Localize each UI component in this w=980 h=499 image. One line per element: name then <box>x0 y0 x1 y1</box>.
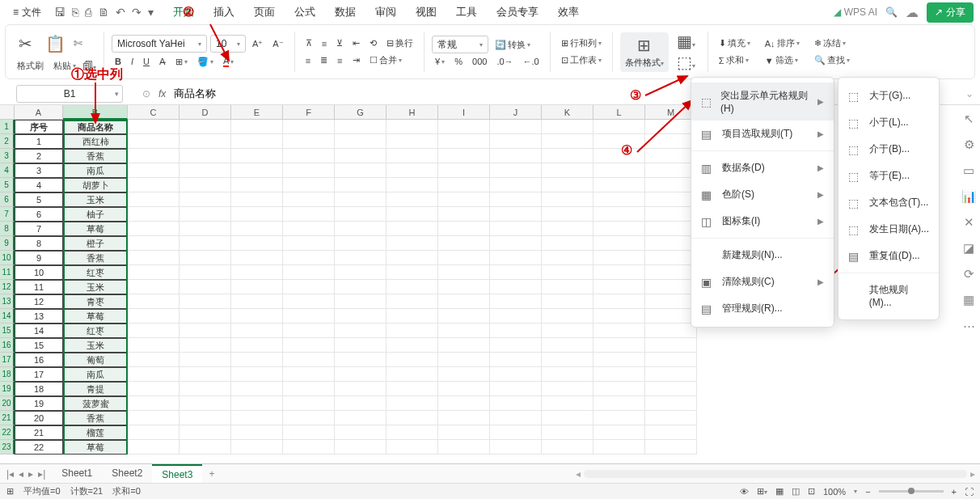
cell[interactable] <box>387 367 438 382</box>
align-left-icon[interactable]: ≡ <box>302 54 314 67</box>
cell[interactable]: 7 <box>15 222 63 236</box>
cell[interactable] <box>593 178 645 192</box>
cell[interactable] <box>180 265 231 280</box>
cell[interactable] <box>387 120 438 134</box>
cell[interactable] <box>645 120 697 134</box>
row-header[interactable]: 18 <box>0 367 15 382</box>
cell[interactable] <box>180 425 231 440</box>
cell[interactable] <box>593 353 645 367</box>
row-header[interactable]: 1 <box>0 120 15 134</box>
row-header[interactable]: 7 <box>0 207 15 222</box>
cell[interactable] <box>335 163 387 178</box>
cell[interactable] <box>438 280 490 294</box>
col-header-A[interactable]: A <box>15 105 63 120</box>
cell[interactable]: 橙子 <box>63 236 128 251</box>
cell[interactable] <box>387 382 438 396</box>
cell[interactable] <box>283 192 335 207</box>
cell[interactable] <box>283 120 335 134</box>
cell[interactable] <box>593 425 645 440</box>
align-middle-icon[interactable]: ≡ <box>319 37 330 50</box>
cell[interactable] <box>542 192 593 207</box>
cell[interactable] <box>180 149 231 163</box>
font-family-select[interactable]: Microsoft YaHei▾ <box>112 35 207 53</box>
col-header-D[interactable]: D <box>180 105 231 120</box>
cell[interactable] <box>180 280 231 294</box>
cell[interactable] <box>128 236 180 251</box>
cell[interactable] <box>283 411 335 425</box>
tab-开始[interactable]: 开始 <box>163 0 204 24</box>
cell[interactable]: 西红柿 <box>63 134 128 149</box>
formula-expand-icon[interactable]: ⌄ <box>965 88 974 99</box>
align-top-icon[interactable]: ⊼ <box>302 36 315 50</box>
zoom-in-icon[interactable]: + <box>952 487 957 497</box>
number-format-select[interactable]: 常规▾ <box>432 36 488 53</box>
cell[interactable] <box>283 149 335 163</box>
cell[interactable] <box>542 178 593 192</box>
border-button[interactable]: ⊞▾ <box>172 55 191 69</box>
row-header[interactable]: 4 <box>0 163 15 178</box>
cell[interactable] <box>128 294 180 309</box>
cell[interactable] <box>335 324 387 338</box>
cell[interactable] <box>180 367 231 382</box>
share-button[interactable]: ↗分享 <box>927 2 974 23</box>
cut-icon[interactable]: ✄ <box>74 37 82 49</box>
indent-inc-icon[interactable]: ⇥ <box>349 53 363 67</box>
font-color-button[interactable]: A▾ <box>220 54 237 69</box>
sheet-nav-next-icon[interactable]: ▸ <box>28 468 33 480</box>
cell[interactable] <box>387 236 438 251</box>
cell[interactable] <box>490 324 542 338</box>
cell[interactable] <box>593 338 645 353</box>
cell[interactable] <box>283 367 335 382</box>
cell[interactable] <box>490 120 542 134</box>
col-header-L[interactable]: L <box>593 105 645 120</box>
cell[interactable] <box>645 222 697 236</box>
cell[interactable] <box>335 396 387 411</box>
cell[interactable]: 南瓜 <box>63 163 128 178</box>
cell[interactable]: 15 <box>15 338 63 353</box>
cell[interactable] <box>645 440 697 455</box>
name-box[interactable]: B1▾ <box>16 85 123 103</box>
cell[interactable] <box>387 178 438 192</box>
menu-item[interactable]: ◫图标集(I)▶ <box>691 208 834 235</box>
cell[interactable] <box>283 265 335 280</box>
cell[interactable] <box>335 251 387 265</box>
cell[interactable] <box>438 192 490 207</box>
cell[interactable]: 4 <box>15 178 63 192</box>
cell[interactable] <box>490 207 542 222</box>
cell[interactable] <box>335 411 387 425</box>
cell[interactable] <box>231 236 283 251</box>
cell[interactable]: 玉米 <box>63 280 128 294</box>
cell[interactable] <box>283 324 335 338</box>
cell[interactable] <box>593 134 645 149</box>
cell[interactable] <box>593 120 645 134</box>
cell[interactable] <box>387 222 438 236</box>
cell[interactable] <box>645 294 697 309</box>
wrap-text-button[interactable]: ⊟ 换行 <box>383 36 416 51</box>
hscroll-left-icon[interactable]: ◂ <box>576 468 581 480</box>
cell[interactable] <box>231 120 283 134</box>
row-header[interactable]: 5 <box>0 178 15 192</box>
cell[interactable] <box>128 425 180 440</box>
cell[interactable] <box>542 222 593 236</box>
cell[interactable] <box>593 382 645 396</box>
cell[interactable] <box>490 134 542 149</box>
cell[interactable] <box>128 309 180 324</box>
cell[interactable] <box>645 396 697 411</box>
cell[interactable] <box>128 440 180 455</box>
row-header[interactable]: 17 <box>0 353 15 367</box>
row-header[interactable]: 13 <box>0 294 15 309</box>
cell[interactable] <box>542 324 593 338</box>
cell[interactable] <box>438 134 490 149</box>
cell[interactable]: 18 <box>15 382 63 396</box>
cell[interactable]: 香蕉 <box>63 149 128 163</box>
cell[interactable]: 2 <box>15 149 63 163</box>
cell[interactable] <box>490 222 542 236</box>
fill-button[interactable]: ⬇ 填充▾ <box>716 36 754 51</box>
status-mode-icon[interactable]: ⊞ <box>6 486 14 497</box>
menu-item[interactable]: ▦色阶(S)▶ <box>691 181 834 208</box>
cell[interactable] <box>645 178 697 192</box>
cell[interactable] <box>231 192 283 207</box>
cell[interactable]: 草莓 <box>63 309 128 324</box>
sum-button[interactable]: Σ 求和▾ <box>716 53 752 68</box>
cell[interactable]: 香蕉 <box>63 411 128 425</box>
